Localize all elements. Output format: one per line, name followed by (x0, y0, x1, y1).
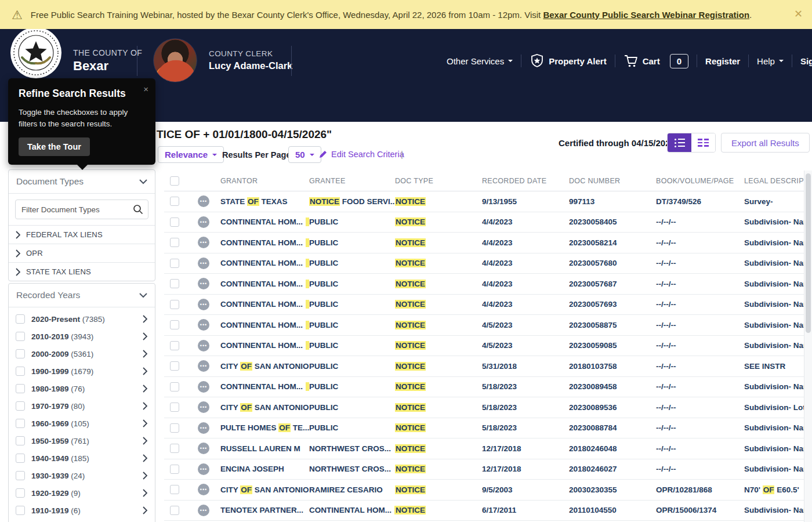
year-checkbox[interactable] (16, 488, 25, 498)
year-checkbox[interactable] (16, 332, 25, 341)
row-checkbox[interactable] (170, 341, 179, 350)
chevron-down-icon (139, 293, 147, 298)
year-checkbox[interactable] (16, 506, 25, 515)
register-link[interactable]: Register (705, 56, 740, 66)
row-checkbox[interactable] (170, 403, 179, 412)
table-row[interactable]: •••CONTINENTAL HOM...PUBLICNOTICE4/5/202… (164, 315, 812, 336)
year-checkbox[interactable] (16, 314, 25, 324)
recorded-year-row (9, 519, 155, 522)
table-row[interactable]: •••STATE OF TEXASNOTICE FOOD SERVI...NOT… (164, 191, 812, 212)
row-actions-button[interactable]: ••• (198, 484, 209, 495)
banner-close-icon[interactable]: ✕ (794, 8, 803, 20)
cart-button[interactable]: Cart 0 (624, 54, 688, 68)
select-all-checkbox[interactable] (170, 176, 179, 186)
row-checkbox[interactable] (170, 485, 179, 494)
year-checkbox[interactable] (16, 401, 25, 411)
row-checkbox[interactable] (170, 279, 179, 288)
table-row[interactable]: •••CONTINENTAL HOM...PUBLICNOTICE5/18/20… (164, 377, 812, 398)
row-actions-button[interactable]: ••• (198, 360, 209, 372)
table-row[interactable]: •••CITY OF SAN ANTONIOPUBLICNOTICE5/31/2… (164, 356, 812, 377)
year-checkbox[interactable] (16, 349, 25, 358)
year-checkbox[interactable] (16, 384, 25, 393)
year-expand-button[interactable] (143, 315, 148, 323)
scrollbar-thumb[interactable] (806, 173, 811, 333)
table-row[interactable]: •••CONTINENTAL HOM...PUBLICNOTICE4/5/202… (164, 336, 812, 357)
search-icon[interactable] (133, 204, 143, 215)
table-row[interactable]: •••TENOTEX PARTNER...CONTINENTAL HOM...N… (164, 501, 812, 521)
year-expand-button[interactable] (143, 332, 148, 340)
row-actions-button[interactable]: ••• (198, 401, 209, 413)
table-row[interactable]: •••CONTINENTAL HOM...PUBLICNOTICE4/4/202… (164, 295, 812, 316)
year-expand-button[interactable] (143, 367, 148, 375)
table-row[interactable]: •••CONTINENTAL HOM...PUBLICNOTICE4/4/202… (164, 212, 812, 233)
row-checkbox[interactable] (170, 320, 179, 329)
edit-search-criteria-link[interactable]: Edit Search Criteria (319, 150, 404, 159)
row-checkbox[interactable] (170, 444, 179, 453)
year-expand-button[interactable] (143, 472, 148, 480)
year-expand-button[interactable] (143, 419, 148, 427)
row-checkbox[interactable] (170, 259, 179, 268)
year-expand-button[interactable] (143, 385, 148, 393)
export-all-results-button[interactable]: Export all Results (721, 133, 810, 153)
year-expand-button[interactable] (143, 506, 148, 514)
year-expand-button[interactable] (143, 350, 148, 358)
table-row[interactable]: •••CONTINENTAL HOM...PUBLICNOTICE4/4/202… (164, 233, 812, 253)
recorded-years-header[interactable]: Recorded Years (9, 284, 155, 307)
document-types-header[interactable]: Document Types (9, 170, 155, 194)
row-actions-button[interactable]: ••• (198, 381, 209, 393)
property-alert-button[interactable]: Property Alert (530, 53, 606, 68)
table-row[interactable]: •••RUSSELL LAUREN MNORTHWEST CROS...NOTI… (164, 438, 812, 459)
document-type-item[interactable]: OPR (9, 244, 155, 262)
filter-document-types-input[interactable] (15, 200, 148, 219)
row-actions-button[interactable]: ••• (198, 216, 209, 228)
table-row[interactable]: •••CONTINENTAL HOM...PUBLICNOTICE4/4/202… (164, 274, 812, 295)
year-expand-button[interactable] (143, 437, 148, 445)
table-row[interactable]: •••CITY OF SAN ANTONIOPUBLICNOTICE5/18/2… (164, 397, 812, 418)
card-view-button[interactable] (691, 133, 715, 152)
document-type-item[interactable]: STATE TAX LIENS (9, 262, 155, 281)
row-checkbox[interactable] (170, 197, 179, 206)
help-menu[interactable]: Help (757, 56, 784, 66)
row-actions-button[interactable]: ••• (198, 195, 209, 207)
row-actions-button[interactable]: ••• (198, 340, 209, 351)
row-actions-button[interactable]: ••• (198, 278, 209, 289)
table-row[interactable]: •••CITY OF SAN ANTONIORAMIREZ CESARIONOT… (164, 480, 812, 501)
results-per-page-dropdown[interactable]: 50 (288, 146, 321, 163)
row-checkbox[interactable] (170, 423, 179, 433)
row-actions-button[interactable]: ••• (198, 505, 209, 516)
row-checkbox[interactable] (170, 382, 179, 392)
row-actions-button[interactable]: ••• (198, 443, 209, 454)
row-actions-button[interactable]: ••• (198, 319, 209, 331)
table-row[interactable]: •••PULTE HOMES OF TE...PUBLICNOTICE5/18/… (164, 418, 812, 439)
table-row[interactable]: •••ENCINA JOSEPHNORTHWEST CROS...NOTICE1… (164, 459, 812, 480)
sign-in-link[interactable]: Sign In (800, 56, 812, 66)
row-checkbox[interactable] (170, 465, 179, 474)
other-services-menu[interactable]: Other Services (447, 56, 513, 66)
row-checkbox[interactable] (170, 217, 179, 227)
year-expand-button[interactable] (143, 454, 148, 462)
take-the-tour-button[interactable]: Take the Tour (19, 137, 90, 156)
year-expand-button[interactable] (143, 489, 148, 497)
list-view-button[interactable] (668, 133, 691, 152)
year-checkbox[interactable] (16, 436, 25, 445)
row-actions-button[interactable]: ••• (198, 237, 209, 248)
row-actions-button[interactable]: ••• (198, 422, 209, 434)
webinar-registration-link[interactable]: Bexar County Public Search Webinar Regis… (543, 10, 749, 20)
table-row[interactable]: •••CONTINENTAL HOM...PUBLICNOTICE4/4/202… (164, 253, 812, 274)
document-type-item[interactable]: FEDERAL TAX LIENS (9, 225, 155, 244)
vertical-scrollbar[interactable] (804, 171, 812, 522)
year-checkbox[interactable] (16, 471, 25, 480)
year-checkbox[interactable] (16, 419, 25, 428)
sort-dropdown[interactable]: Relevance (158, 146, 224, 163)
row-actions-button[interactable]: ••• (198, 463, 209, 475)
year-checkbox[interactable] (16, 454, 25, 463)
popover-close-icon[interactable]: × (143, 84, 148, 94)
year-expand-button[interactable] (143, 402, 148, 410)
row-checkbox[interactable] (170, 300, 179, 309)
row-checkbox[interactable] (170, 361, 179, 371)
row-checkbox[interactable] (170, 238, 179, 247)
row-actions-button[interactable]: ••• (198, 258, 209, 269)
row-actions-button[interactable]: ••• (198, 299, 209, 310)
year-checkbox[interactable] (16, 367, 25, 376)
row-checkbox[interactable] (170, 506, 179, 515)
